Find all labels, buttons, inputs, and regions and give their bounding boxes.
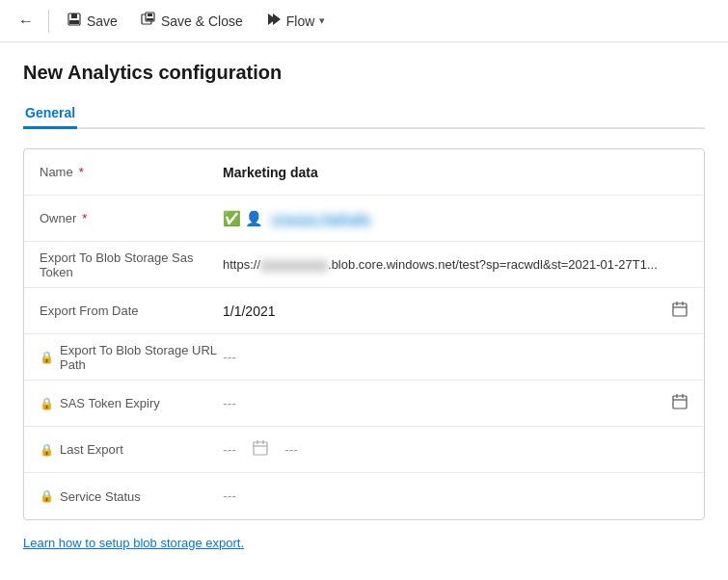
- lock-icon-url-path: 🔒: [40, 351, 54, 364]
- back-icon: ←: [18, 13, 34, 30]
- required-star-owner: *: [82, 211, 87, 225]
- label-name: Name *: [40, 165, 223, 179]
- svg-rect-1: [71, 13, 77, 18]
- save-close-label: Save & Close: [161, 13, 243, 29]
- svg-rect-2: [69, 20, 79, 24]
- label-sas-token: Export To Blob Storage Sas Token: [40, 250, 223, 279]
- page-content: New Analytics configuration General Name…: [0, 42, 728, 569]
- flow-button[interactable]: Flow ▾: [256, 8, 336, 34]
- svg-rect-6: [147, 18, 153, 21]
- label-export-date: Export From Date: [40, 303, 223, 318]
- lock-icon-last-export: 🔒: [40, 443, 54, 457]
- last-export-calendar-icon[interactable]: [252, 439, 269, 460]
- value-last-export: --- ---: [223, 439, 688, 460]
- label-service-status: 🔒 Service Status: [40, 489, 223, 504]
- owner-icons: ✅ 👤: [223, 210, 263, 227]
- export-date-calendar-icon[interactable]: [671, 301, 688, 322]
- value-service-status: ---: [223, 488, 688, 504]
- learn-more-link[interactable]: Learn how to setup blob storage export.: [23, 536, 705, 550]
- value-owner: ✅ 👤 Urquiza Nathalie: [223, 210, 688, 227]
- form-row-owner: Owner * ✅ 👤 Urquiza Nathalie: [24, 196, 704, 242]
- form-row-url-path: 🔒 Export To Blob Storage URL Path ---: [24, 334, 704, 381]
- flow-icon: [266, 12, 282, 30]
- flow-chevron-icon: ▾: [319, 14, 325, 27]
- required-star-name: *: [79, 165, 84, 179]
- lock-icon-service-status: 🔒: [40, 489, 54, 503]
- person-icon: 👤: [245, 210, 263, 227]
- svg-rect-17: [254, 442, 267, 455]
- toolbar-divider: [48, 10, 49, 33]
- tab-general-label: General: [25, 105, 75, 120]
- form-row-sas-token: Export To Blob Storage Sas Token https:/…: [24, 242, 704, 288]
- owner-name[interactable]: Urquiza Nathalie: [271, 211, 371, 226]
- label-owner: Owner *: [40, 211, 223, 225]
- svg-rect-9: [673, 303, 687, 316]
- flow-label: Flow: [286, 13, 315, 29]
- lock-icon-sas-expiry: 🔒: [40, 397, 54, 410]
- save-label: Save: [87, 13, 118, 29]
- form-row-export-date: Export From Date 1/1/2021: [24, 288, 704, 334]
- page-title: New Analytics configuration: [23, 62, 705, 84]
- tabs: General: [23, 99, 705, 129]
- form-row-name: Name * Marketing data: [24, 149, 704, 196]
- svg-rect-13: [673, 396, 687, 409]
- save-close-icon: [141, 12, 156, 30]
- svg-marker-8: [273, 13, 281, 25]
- label-last-export: 🔒 Last Export: [40, 442, 223, 457]
- save-button[interactable]: Save: [57, 8, 127, 34]
- toolbar: ← Save Save & Close: [0, 0, 728, 42]
- save-icon: [67, 12, 82, 30]
- form-row-service-status: 🔒 Service Status ---: [24, 473, 704, 519]
- sas-token-url: https://.blob.core.windows.net/test?sp=r…: [223, 257, 658, 272]
- back-button[interactable]: ←: [12, 7, 40, 36]
- value-name: Marketing data: [223, 165, 688, 180]
- save-close-button[interactable]: Save & Close: [131, 8, 253, 34]
- label-url-path: 🔒 Export To Blob Storage URL Path: [40, 343, 223, 372]
- sas-expiry-calendar-icon[interactable]: [671, 393, 688, 414]
- svg-rect-5: [148, 13, 152, 16]
- value-sas-expiry: ---: [223, 393, 688, 414]
- form-row-last-export: 🔒 Last Export --- ---: [24, 427, 704, 473]
- value-export-date: 1/1/2021: [223, 301, 688, 322]
- value-sas-token: https://.blob.core.windows.net/test?sp=r…: [223, 257, 688, 272]
- form-row-sas-expiry: 🔒 SAS Token Expiry ---: [24, 381, 704, 427]
- tab-general[interactable]: General: [23, 99, 77, 129]
- check-circle-icon: ✅: [223, 210, 241, 227]
- label-sas-expiry: 🔒 SAS Token Expiry: [40, 396, 223, 410]
- form-card: Name * Marketing data Owner * ✅ 👤 Urquiz…: [23, 148, 705, 520]
- value-url-path: ---: [223, 350, 688, 365]
